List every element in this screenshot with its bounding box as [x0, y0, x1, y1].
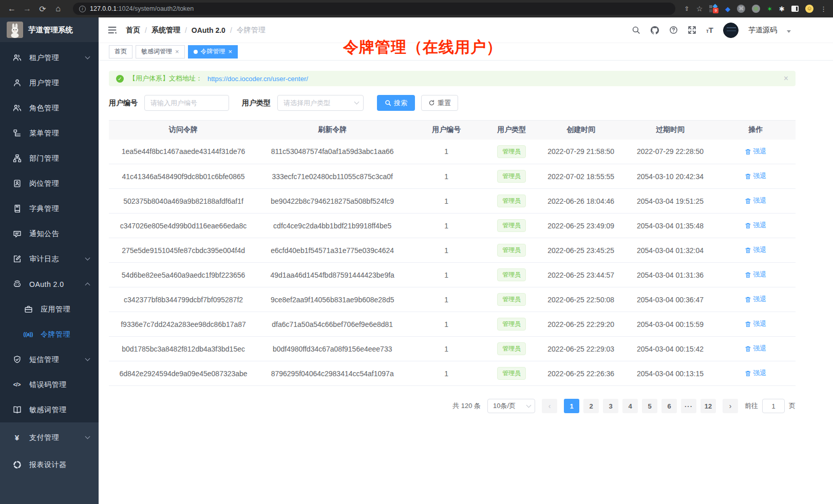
sidebar-item-label: 应用管理 — [41, 305, 89, 314]
gem-extension-icon[interactable]: ◆ — [725, 5, 730, 13]
force-logout-button[interactable]: 强退 — [745, 319, 766, 328]
sidebar-item-user[interactable]: 用户管理 — [0, 70, 99, 95]
help-icon[interactable] — [669, 26, 678, 34]
force-logout-button[interactable]: 强退 — [745, 245, 766, 255]
breadcrumb-item[interactable]: 系统管理 — [152, 26, 180, 35]
sidebar-item-report[interactable]: 报表设计器 — [0, 451, 99, 478]
sidebar-item-errcode[interactable]: </>错误码管理 — [0, 372, 99, 397]
force-logout-button[interactable]: 强退 — [745, 147, 766, 156]
sidebar-item-sensitive[interactable]: 敏感词管理 — [0, 397, 99, 422]
col-access-token: 访问令牌 — [109, 121, 258, 140]
user-id-input[interactable] — [144, 95, 229, 111]
search-icon[interactable] — [632, 26, 640, 34]
page-button-1[interactable]: 1 — [564, 399, 579, 413]
sidebar-item-oauth2[interactable]: OAuth 2.0 — [0, 272, 99, 297]
sidebar-item-oauth2-app[interactable]: 应用管理 — [0, 297, 99, 322]
sidebar-menu: 租户管理用户管理角色管理菜单管理部门管理岗位管理字典管理通知公告审计日志OAut… — [0, 42, 99, 422]
force-logout-label: 强退 — [753, 295, 766, 304]
sidebar-item-label: 岗位管理 — [29, 179, 89, 188]
reload-button[interactable]: ⟳ — [37, 4, 48, 14]
command-extension-icon[interactable]: ⌘ — [737, 5, 745, 13]
home-button[interactable]: ⌂ — [52, 4, 64, 13]
sidebar-item-notice[interactable]: 通知公告 — [0, 221, 99, 246]
username[interactable]: 芋道源码 — [748, 26, 777, 35]
site-info-icon[interactable]: i — [79, 6, 86, 12]
browser-menu-icon[interactable]: ⋮ — [820, 5, 827, 13]
force-logout-button[interactable]: 强退 — [745, 270, 766, 279]
forward-button[interactable]: → — [22, 4, 33, 13]
force-logout-button[interactable]: 强退 — [745, 196, 766, 205]
prev-page-button[interactable]: ‹ — [542, 399, 557, 413]
page-size-select[interactable]: 10条/页 — [487, 399, 535, 413]
next-page-button[interactable]: › — [723, 399, 738, 413]
users-icon — [12, 53, 22, 62]
user-id-cell: 1 — [407, 312, 486, 337]
page-button-4[interactable]: 4 — [622, 399, 638, 413]
doc-alert-banner: ✓ 【用户体系】文档地址： https://doc.iocoder.cn/use… — [109, 71, 796, 86]
back-button[interactable]: ← — [6, 4, 17, 13]
sidebar-item-role[interactable]: 角色管理 — [0, 95, 99, 121]
goto-page-input[interactable] — [762, 399, 785, 413]
force-logout-button[interactable]: 强退 — [745, 221, 766, 230]
create-time-cell: 2022-06-26 18:04:46 — [537, 189, 624, 214]
tab-home[interactable]: 首页 — [109, 45, 132, 59]
col-expire-time: 过期时间 — [624, 121, 716, 140]
avatar[interactable] — [723, 23, 739, 38]
page-button-12[interactable]: 12 — [701, 399, 716, 413]
circle-extension-icon[interactable] — [752, 5, 760, 13]
action-cell: 强退 — [716, 337, 796, 361]
share-icon[interactable]: ⇧ — [685, 5, 690, 12]
force-logout-button[interactable]: 强退 — [745, 344, 766, 353]
sidebar-item-dept[interactable]: 部门管理 — [0, 146, 99, 171]
breadcrumb-item[interactable]: 首页 — [126, 26, 140, 35]
extensions-cluster-icon[interactable]: 9 — [709, 5, 718, 13]
user-type-select[interactable]: 请选择用户类型 — [277, 95, 364, 111]
github-icon[interactable] — [650, 26, 659, 35]
close-icon[interactable]: × — [784, 74, 788, 83]
font-size-icon[interactable]: тT — [706, 26, 713, 34]
force-logout-button[interactable]: 强退 — [745, 369, 766, 378]
chevron-down-icon[interactable] — [787, 30, 791, 33]
app-logo[interactable]: 芋道管理系统 — [0, 17, 99, 42]
delete-icon — [745, 321, 751, 327]
force-logout-label: 强退 — [753, 245, 766, 255]
page-button-5[interactable]: 5 — [642, 399, 657, 413]
expire-time-cell: 2022-07-29 22:28:50 — [624, 140, 716, 164]
sidebar-toggle-icon[interactable] — [791, 6, 799, 12]
tab-token[interactable]: 令牌管理× — [188, 45, 238, 59]
breadcrumb-item[interactable]: OAuth 2.0 — [192, 26, 225, 34]
sidebar-item-oauth2-token[interactable]: ((a))令牌管理 — [0, 322, 99, 347]
close-icon[interactable]: × — [175, 48, 179, 55]
force-logout-button[interactable]: 强退 — [745, 171, 766, 181]
sidebar-item-pay[interactable]: ¥支付管理 — [0, 424, 99, 451]
close-icon[interactable]: × — [229, 48, 233, 55]
collapse-sidebar-icon[interactable] — [107, 25, 117, 35]
tab-label: 令牌管理 — [201, 47, 225, 56]
page-button-2[interactable]: 2 — [583, 399, 599, 413]
reset-button[interactable]: 重置 — [421, 95, 458, 111]
page-button-3[interactable]: 3 — [603, 399, 618, 413]
search-button[interactable]: 搜索 — [377, 95, 415, 111]
emoji-extension-icon[interactable]: ☺ — [805, 5, 813, 13]
user-id-cell: 1 — [407, 361, 486, 386]
sidebar-item-audit[interactable]: 审计日志 — [0, 246, 99, 272]
access-token-cell: c342377bf8b344799dcbf7bf095287f2 — [109, 287, 258, 312]
sidebar-item-post[interactable]: 岗位管理 — [0, 171, 99, 196]
fullscreen-icon[interactable] — [688, 26, 696, 34]
force-logout-button[interactable]: 强退 — [745, 295, 766, 304]
sidebar-item-sms[interactable]: 短信管理 — [0, 347, 99, 372]
address-bar[interactable]: i 127.0.0.1:1024/system/oauth2/token — [73, 3, 675, 15]
bookmark-star-icon[interactable]: ☆ — [696, 5, 703, 13]
user-id-cell: 1 — [407, 287, 486, 312]
sidebar-item-tenant[interactable]: 租户管理 — [0, 45, 99, 70]
doc-link[interactable]: https://doc.iocoder.cn/user-center/ — [207, 75, 308, 83]
page-button-6[interactable]: 6 — [661, 399, 677, 413]
sidebar-item-menu[interactable]: 菜单管理 — [0, 121, 99, 146]
sidebar-item-label: 字典管理 — [29, 204, 89, 214]
green-star-extension-icon[interactable]: ✶ — [767, 5, 772, 13]
sidebar-item-dict[interactable]: 字典管理 — [0, 196, 99, 221]
page-ellipsis-button[interactable]: ··· — [681, 399, 696, 413]
pinwheel-extension-icon[interactable]: ✱ — [779, 5, 785, 13]
tab-sensitive-words[interactable]: 敏感词管理× — [136, 45, 185, 59]
create-time-cell: 2022-06-25 22:26:36 — [537, 361, 624, 386]
